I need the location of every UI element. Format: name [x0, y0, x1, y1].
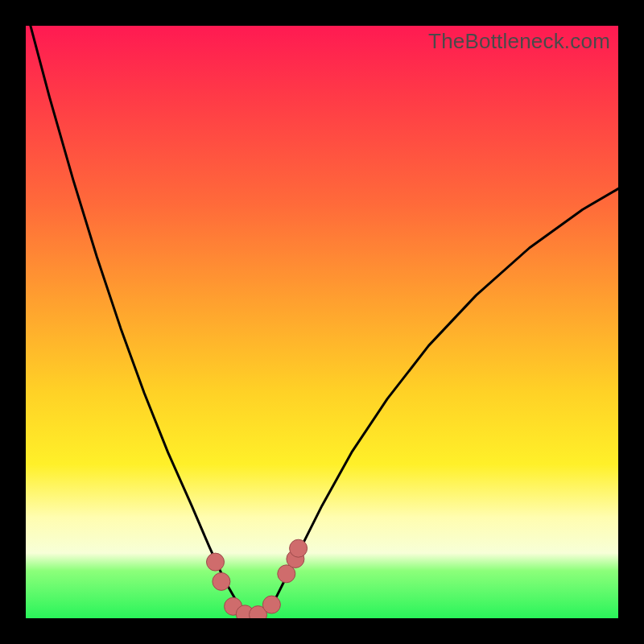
- highlight-marker: [213, 572, 230, 590]
- plot-area: TheBottleneck.com: [26, 26, 618, 618]
- highlight-markers: [207, 539, 308, 618]
- bottleneck-curve: [26, 26, 618, 617]
- highlight-marker: [290, 539, 308, 557]
- curve-layer: [26, 26, 618, 618]
- highlight-marker: [262, 596, 280, 613]
- chart-frame: TheBottleneck.com: [0, 0, 644, 644]
- highlight-marker: [207, 553, 225, 571]
